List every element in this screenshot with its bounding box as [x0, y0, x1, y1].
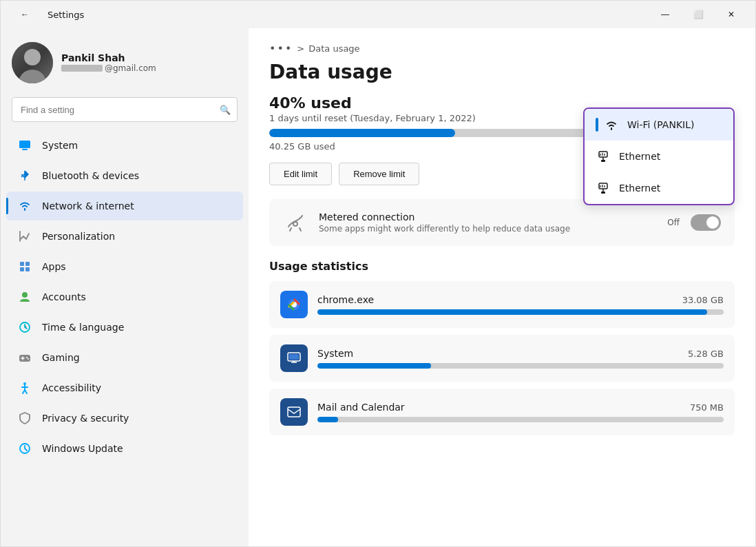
nav-item-gaming[interactable]: Gaming	[6, 343, 243, 372]
svg-point-34	[293, 222, 297, 226]
search-input[interactable]	[12, 97, 238, 122]
svg-point-14	[28, 358, 29, 360]
network-dropdown[interactable]: Wi-Fi (PANKIL)	[583, 107, 735, 205]
privacy-icon	[17, 411, 32, 426]
app-usage-mail: Mail and Calendar 750 MB	[269, 389, 735, 435]
system-name-row: System 5.28 GB	[317, 348, 724, 359]
svg-rect-41	[288, 407, 300, 417]
email-suffix: @gmail.com	[105, 63, 156, 73]
svg-rect-1	[22, 149, 28, 150]
app-row: System 5.28 GB	[280, 344, 724, 372]
selected-indicator	[596, 118, 598, 132]
app-usage-system: System 5.28 GB	[269, 335, 735, 382]
stats-title: Usage statistics	[269, 260, 735, 273]
edit-limit-button[interactable]: Edit limit	[269, 163, 332, 185]
dropdown-item-wifi[interactable]: Wi-Fi (PANKIL)	[585, 109, 733, 141]
main-content: ••• > Data usage Data usage 40% used 1 d…	[249, 28, 755, 546]
nav-item-system[interactable]: System	[6, 131, 243, 160]
chrome-name-row: chrome.exe 33.08 GB	[317, 294, 724, 305]
chrome-name: chrome.exe	[317, 294, 374, 305]
windows-update-icon	[17, 441, 32, 456]
nav-label-system: System	[42, 140, 78, 151]
usage-bar-fill	[269, 129, 455, 137]
system-name: System	[317, 348, 353, 359]
nav-item-time-language[interactable]: Time & language	[6, 313, 243, 342]
system-info: System 5.28 GB	[317, 348, 724, 369]
mail-name: Mail and Calendar	[317, 402, 405, 413]
search-box: 🔍	[12, 97, 238, 122]
network-icon	[17, 198, 32, 214]
dropdown-label-ethernet1: Ethernet	[619, 151, 660, 162]
breadcrumb-page-title: Data usage	[308, 43, 359, 54]
nav-label-windows-update: Windows Update	[42, 443, 123, 454]
dropdown-item-ethernet2[interactable]: Ethernet	[585, 172, 733, 204]
svg-point-2	[24, 208, 25, 209]
time-icon	[17, 320, 32, 335]
avatar-image	[12, 42, 53, 83]
system-app-icon	[280, 344, 308, 372]
nav-item-accessibility[interactable]: Accessibility	[6, 373, 243, 402]
window-title: Settings	[48, 10, 84, 20]
svg-rect-4	[20, 262, 24, 266]
mail-app-icon	[280, 398, 308, 426]
mail-usage: 750 MB	[690, 402, 724, 413]
user-profile[interactable]: Pankil Shah @gmail.com	[1, 28, 249, 94]
svg-line-19	[25, 390, 27, 393]
title-bar-left: ← Settings	[9, 3, 649, 25]
svg-rect-5	[25, 262, 30, 266]
nav-item-bluetooth[interactable]: Bluetooth & devices	[6, 161, 243, 190]
chrome-bar-bg	[317, 309, 724, 315]
remove-limit-button[interactable]: Remove limit	[339, 163, 419, 185]
user-name: Pankil Shah	[61, 52, 156, 63]
app-row: chrome.exe 33.08 GB	[280, 291, 724, 318]
system-usage: 5.28 GB	[688, 349, 724, 359]
page-title: Data usage	[269, 61, 735, 83]
close-button[interactable]: ✕	[715, 3, 747, 25]
user-email: @gmail.com	[61, 63, 156, 73]
chrome-bar-fill	[317, 309, 707, 315]
metered-text: Metered connection Some apps might work …	[319, 211, 656, 234]
personalization-icon	[17, 229, 32, 244]
metered-toggle[interactable]	[691, 214, 721, 231]
ethernet-icon-2	[596, 180, 611, 196]
mail-info: Mail and Calendar 750 MB	[317, 402, 724, 422]
metered-icon	[283, 210, 308, 235]
app-body: Pankil Shah @gmail.com 🔍	[1, 28, 755, 546]
nav-item-windows-update[interactable]: Windows Update	[6, 434, 243, 463]
window: ← Settings — ⬜ ✕ Pankil Shah @gmail.com	[0, 0, 756, 547]
svg-point-8	[22, 292, 28, 298]
back-button[interactable]: ←	[9, 3, 41, 25]
nav-item-network[interactable]: Network & internet	[6, 192, 243, 220]
nav-label-accessibility: Accessibility	[42, 382, 101, 393]
maximize-button[interactable]: ⬜	[682, 3, 714, 25]
dropdown-label-wifi: Wi-Fi (PANKIL)	[627, 119, 694, 130]
ethernet-icon-1	[596, 149, 611, 164]
toggle-area: Off	[667, 214, 721, 231]
gaming-icon	[17, 350, 32, 365]
svg-point-21	[611, 128, 612, 130]
breadcrumb-arrow: >	[297, 43, 304, 54]
nav-label-apps: Apps	[42, 261, 66, 272]
svg-rect-7	[25, 267, 30, 271]
nav-item-accounts[interactable]: Accounts	[6, 282, 243, 311]
button-row: Edit limit Remove limit	[269, 163, 735, 185]
breadcrumb-dots: •••	[269, 42, 293, 55]
nav-label-personalization: Personalization	[42, 231, 115, 242]
minimize-button[interactable]: —	[649, 3, 681, 25]
accessibility-icon	[17, 380, 32, 395]
app-usage-chrome: chrome.exe 33.08 GB	[269, 281, 735, 328]
nav-label-gaming: Gaming	[42, 352, 80, 363]
bluetooth-icon	[17, 168, 32, 183]
svg-rect-30	[601, 192, 605, 194]
dropdown-item-ethernet1[interactable]: Ethernet	[585, 141, 733, 172]
nav-item-privacy-security[interactable]: Privacy & security	[6, 404, 243, 433]
toggle-label: Off	[667, 218, 680, 227]
mail-bar-bg	[317, 417, 724, 422]
nav-item-apps[interactable]: Apps	[6, 252, 243, 281]
breadcrumb: ••• > Data usage	[269, 42, 735, 55]
chrome-icon	[280, 291, 308, 318]
title-bar-controls: — ⬜ ✕	[649, 3, 747, 25]
nav-item-personalization[interactable]: Personalization	[6, 222, 243, 251]
nav-label-accounts: Accounts	[42, 291, 86, 302]
dropdown-label-ethernet2: Ethernet	[619, 183, 660, 194]
